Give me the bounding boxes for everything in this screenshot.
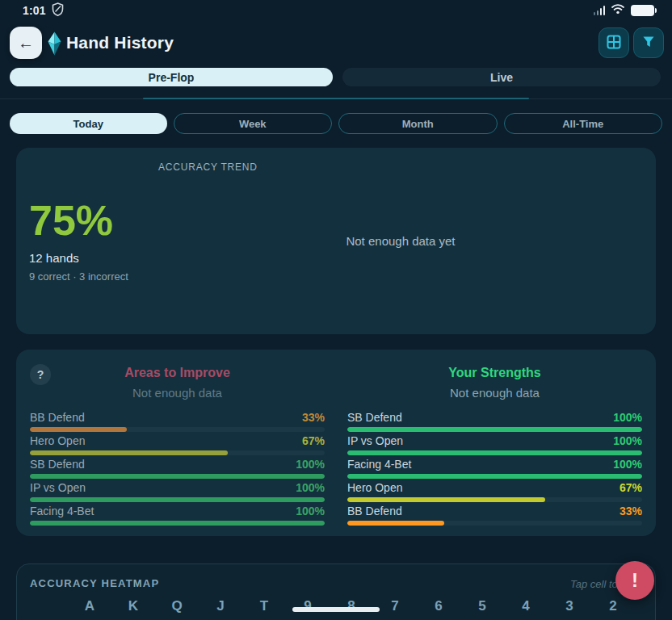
skill-bar-track: [347, 521, 642, 526]
skill-row: BB Defend33%: [30, 411, 325, 428]
skill-bar-track: [30, 521, 325, 526]
skill-pct: 100%: [613, 458, 642, 471]
skill-pct: 100%: [296, 481, 325, 494]
trend-empty-state: Not enough data yet: [279, 234, 522, 248]
skill-bar-fill: [30, 474, 325, 479]
skill-bar-fill: [30, 497, 325, 502]
skill-bar-track: [30, 427, 325, 432]
time-filter-today[interactable]: Today: [10, 113, 167, 134]
skill-bar-fill: [30, 427, 127, 432]
heatmap-col-header: 7: [373, 598, 417, 614]
skill-label: Hero Open: [30, 434, 85, 447]
heatmap-col-header: 9: [286, 598, 330, 614]
skill-pct: 100%: [296, 458, 325, 471]
skill-row: Hero Open67%: [30, 434, 325, 451]
skill-pct: 100%: [613, 411, 642, 424]
trend-title: ACCURACY TREND: [158, 161, 258, 173]
grid-view-button[interactable]: [598, 27, 629, 58]
skill-bar-fill: [347, 427, 642, 432]
skill-pct: 33%: [620, 505, 642, 517]
skill-bar-fill: [347, 450, 642, 455]
heatmap-col-header: 6: [417, 598, 460, 614]
skill-label: SB Defend: [347, 411, 402, 424]
skill-pct: 67%: [620, 481, 642, 494]
heatmap-col-header: 8: [330, 598, 373, 614]
heatmap-col-header: 2: [591, 598, 635, 614]
skill-pct: 67%: [302, 434, 325, 447]
time-filter-month[interactable]: Month: [338, 113, 498, 134]
skill-row: Hero Open67%: [347, 481, 642, 498]
app-screen: 1:01 ← Hand History: [0, 0, 672, 620]
skill-row: SB Defend100%: [30, 458, 325, 475]
heatmap-col-header: 5: [460, 598, 504, 614]
filter-button[interactable]: [633, 27, 664, 58]
accuracy-trend-card: ACCURACY TREND 75% 12 hands 9 correct · …: [16, 148, 656, 334]
alert-fab-button[interactable]: !: [615, 561, 654, 600]
skill-bar-fill: [30, 521, 325, 526]
time-filter-week[interactable]: Week: [174, 113, 333, 134]
heatmap-col-header: A: [68, 598, 111, 614]
skill-label: BB Defend: [30, 411, 85, 424]
grid-icon: [607, 35, 621, 52]
heatmap-title: ACCURACY HEATMAP: [30, 577, 159, 589]
wifi-icon: [611, 3, 625, 18]
skill-row: Facing 4-Bet100%: [30, 505, 325, 522]
skill-bar-fill: [347, 474, 642, 479]
heatmap-col-header: J: [199, 598, 242, 614]
hands-count: 12 hands: [29, 251, 79, 265]
areas-to-improve-title: Areas to Improve: [30, 366, 325, 380]
skill-bar-track: [347, 450, 642, 455]
tab-preflop[interactable]: Pre-Flop: [10, 68, 333, 86]
skill-label: IP vs Open: [30, 481, 86, 494]
skill-label: Facing 4-Bet: [347, 458, 411, 471]
clock-time: 1:01: [23, 4, 46, 17]
skill-bar-track: [30, 497, 325, 502]
heatmap-column-headers: A K Q J T 9 8 7 6 5 4 3 2: [68, 598, 635, 614]
cellular-signal-icon: [594, 6, 606, 15]
status-bar: 1:01: [0, 0, 672, 21]
time-filter-group: Today Week Month All-Time: [10, 113, 662, 134]
skill-bar-fill: [347, 497, 545, 502]
skill-row: SB Defend100%: [347, 411, 642, 428]
your-strengths-title: Your Strengths: [347, 366, 642, 380]
your-strengths-subtitle: Not enough data: [347, 386, 642, 400]
skill-row: BB Defend33%: [347, 505, 642, 522]
skill-pct: 33%: [302, 411, 325, 424]
home-indicator[interactable]: [292, 607, 380, 612]
skill-label: Facing 4-Bet: [30, 505, 94, 517]
heatmap-col-header: 3: [548, 598, 591, 614]
correct-incorrect-breakdown: 9 correct · 3 incorrect: [29, 270, 128, 283]
skill-label: SB Defend: [30, 458, 85, 471]
skill-label: IP vs Open: [347, 434, 403, 447]
gem-diamond-icon: [47, 31, 62, 59]
heatmap-col-header: Q: [155, 598, 199, 614]
vpn-shield-icon: [52, 2, 64, 19]
battery-icon: [631, 5, 654, 16]
tab-live[interactable]: Live: [342, 68, 661, 86]
skill-row: IP vs Open100%: [30, 481, 325, 498]
areas-to-improve-column: Areas to Improve Not enough data BB Defe…: [30, 350, 325, 528]
skill-pct: 100%: [296, 505, 325, 517]
areas-to-improve-subtitle: Not enough data: [30, 386, 325, 400]
page-title: Hand History: [66, 33, 174, 52]
skill-bar-track: [30, 474, 325, 479]
tab-underline: [143, 98, 529, 99]
skill-label: Hero Open: [347, 481, 402, 494]
heatmap-col-header: T: [242, 598, 286, 614]
skill-label: BB Defend: [347, 505, 402, 517]
back-button[interactable]: ←: [10, 27, 42, 59]
skill-row: IP vs Open100%: [347, 434, 642, 451]
funnel-filter-icon: [642, 36, 655, 51]
your-strengths-column: Your Strengths Not enough data SB Defend…: [347, 350, 642, 528]
skill-bar-track: [347, 497, 642, 502]
skill-bar-track: [347, 474, 642, 479]
time-filter-alltime[interactable]: All-Time: [504, 113, 663, 134]
skill-bar-track: [347, 427, 642, 432]
skill-bar-track: [30, 450, 325, 455]
accuracy-percentage: 75%: [29, 199, 113, 241]
skill-bar-fill: [347, 521, 444, 526]
skills-card: ? Areas to Improve Not enough data BB De…: [16, 350, 656, 536]
heatmap-col-header: K: [111, 598, 155, 614]
skill-bar-fill: [30, 450, 228, 455]
heatmap-col-header: 4: [504, 598, 548, 614]
